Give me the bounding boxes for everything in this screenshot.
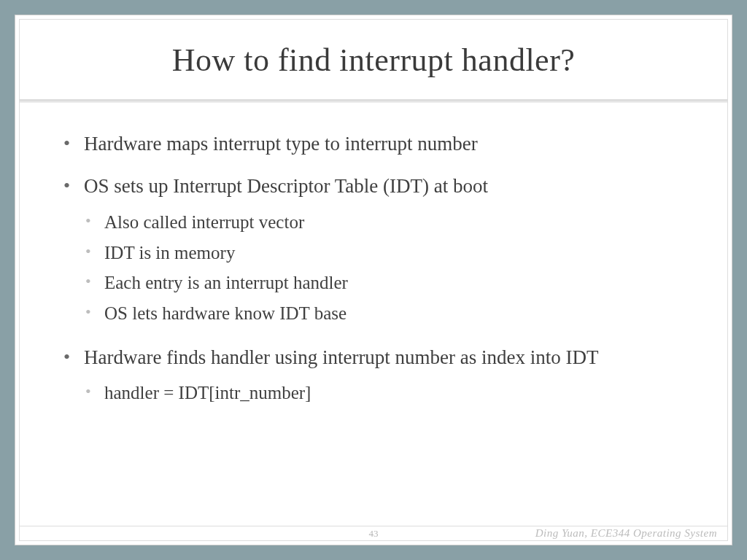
sub-bullet-text: Also called interrupt vector <box>104 212 304 232</box>
footer-credit: Ding Yuan, ECE344 Operating System <box>535 527 717 540</box>
sub-bullet-item: IDT is in memory <box>84 239 691 268</box>
slide: How to find interrupt handler? Hardware … <box>15 15 732 545</box>
slide-inner: How to find interrupt handler? Hardware … <box>19 19 728 541</box>
sub-bullet-item: handler = IDT[intr_number] <box>84 379 691 408</box>
sub-bullet-item: Each entry is an interrupt handler <box>84 269 691 298</box>
sub-bullet-list: Also called interrupt vector IDT is in m… <box>84 209 691 328</box>
bullet-item: Hardware finds handler using interrupt n… <box>63 344 691 408</box>
bullet-item: Hardware maps interrupt type to interrup… <box>63 131 691 157</box>
slide-title: How to find interrupt handler? <box>34 42 713 79</box>
sub-bullet-text: IDT is in memory <box>104 243 235 262</box>
sub-bullet-item: Also called interrupt vector <box>84 209 691 237</box>
bullet-list: Hardware maps interrupt type to interrup… <box>63 131 691 408</box>
sub-bullet-item: OS lets hardware know IDT base <box>84 300 691 328</box>
slide-content: Hardware maps interrupt type to interrup… <box>20 103 727 526</box>
sub-bullet-text: handler = IDT[intr_number] <box>104 383 311 402</box>
title-box: How to find interrupt handler? <box>20 20 727 100</box>
sub-bullet-text: Each entry is an interrupt handler <box>104 273 348 292</box>
slide-footer: 43 Ding Yuan, ECE344 Operating System <box>20 526 727 540</box>
page-number: 43 <box>369 528 379 540</box>
bullet-text: Hardware finds handler using interrupt n… <box>84 346 599 368</box>
sub-bullet-text: OS lets hardware know IDT base <box>104 303 347 323</box>
bullet-text: OS sets up Interrupt Descriptor Table (I… <box>84 175 488 197</box>
bullet-text: Hardware maps interrupt type to interrup… <box>84 133 478 155</box>
sub-bullet-list: handler = IDT[intr_number] <box>84 379 691 408</box>
bullet-item: OS sets up Interrupt Descriptor Table (I… <box>63 173 691 327</box>
